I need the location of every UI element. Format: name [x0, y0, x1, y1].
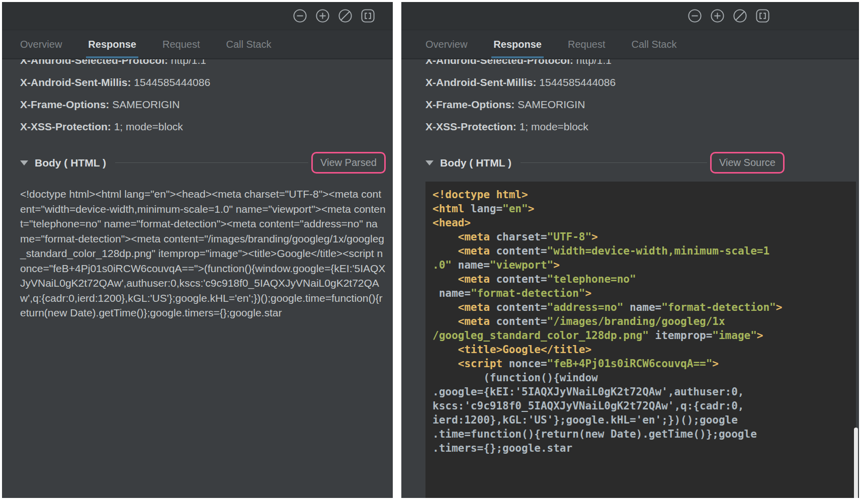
- header-value: http/1.1: [171, 59, 206, 66]
- source-code-line: .google={kEI:'5IAQXJyVNaiL0gK2t72QAw',au…: [433, 385, 856, 399]
- response-header-row: X-XSS-Protection: 1; mode=block: [425, 116, 856, 138]
- source-code-line: /googleg_standard_color_128dp.png" itemp…: [433, 328, 856, 343]
- tab-response[interactable]: Response: [88, 30, 136, 58]
- zoom-toolbar: [2, 2, 393, 30]
- header-name: X-Android-Sent-Millis:: [425, 76, 539, 88]
- zoom-in-icon[interactable]: [710, 8, 725, 24]
- header-name: X-Android-Selected-Protocol:: [20, 59, 171, 66]
- zoom-to-fit-icon[interactable]: [360, 8, 376, 24]
- disclosure-triangle-icon[interactable]: [20, 160, 28, 165]
- header-value: http/1.1: [576, 59, 612, 66]
- response-headers-list: X-Android-Selected-Protocol: http/1.1X-A…: [20, 59, 386, 138]
- response-headers-list: X-Android-Selected-Protocol: http/1.1X-A…: [425, 59, 856, 138]
- source-code-line: ierd:1200},kGL:'US'};google.kHL='en';})(…: [433, 413, 856, 427]
- header-name: X-Frame-Options:: [425, 99, 518, 110]
- section-divider: [521, 162, 707, 163]
- header-value: SAMEORIGIN: [518, 99, 585, 110]
- source-code-line: <meta content="width=device-width,minimu…: [433, 244, 856, 258]
- header-name: X-Android-Selected-Protocol:: [425, 59, 576, 66]
- response-header-row: X-Android-Sent-Millis: 1544585444086: [425, 71, 856, 94]
- network-response-panel-source: OverviewResponseRequestCall Stack X-Andr…: [401, 2, 859, 498]
- tab-call-stack[interactable]: Call Stack: [631, 30, 676, 58]
- source-code-line: <!doctype html>: [433, 188, 856, 202]
- tab-overview[interactable]: Overview: [425, 30, 467, 58]
- header-value: 1544585444086: [134, 76, 210, 88]
- source-code-line: <meta charset="UTF-8">: [433, 230, 856, 244]
- response-body-source-view: <!doctype html><html lang="en"><head> <m…: [425, 182, 856, 498]
- zoom-toolbar: [401, 2, 859, 30]
- source-code-line: <meta content="address=no" name="format-…: [433, 300, 856, 314]
- network-response-panel-parsed: OverviewResponseRequestCall Stack X-Andr…: [2, 2, 393, 498]
- header-value: 1544585444086: [539, 76, 616, 88]
- tab-request[interactable]: Request: [162, 30, 200, 58]
- response-content: X-Android-Selected-Protocol: http/1.1X-A…: [2, 59, 393, 498]
- header-value: SAMEORIGIN: [112, 99, 180, 110]
- source-code-line: .0" name="viewport">: [433, 258, 856, 272]
- section-divider: [115, 162, 308, 163]
- source-code-line: name="format-detection">: [433, 286, 856, 300]
- view-parsed-button[interactable]: View Parsed: [311, 152, 386, 174]
- zoom-in-icon[interactable]: [315, 8, 330, 24]
- header-name: X-XSS-Protection:: [20, 121, 114, 132]
- tab-bar: OverviewResponseRequestCall Stack: [2, 30, 393, 59]
- tab-bar: OverviewResponseRequestCall Stack: [401, 30, 859, 59]
- header-value: 1; mode=block: [520, 121, 588, 132]
- body-section-header: Body ( HTML ) View Source: [425, 152, 785, 174]
- reset-zoom-icon[interactable]: [337, 8, 353, 24]
- disclosure-triangle-icon[interactable]: [425, 160, 434, 165]
- body-section-header: Body ( HTML ) View Parsed: [20, 152, 386, 174]
- zoom-to-fit-icon[interactable]: [755, 8, 770, 24]
- body-section-title: Body ( HTML ): [440, 157, 511, 169]
- response-header-row: X-Android-Selected-Protocol: http/1.1: [20, 59, 386, 71]
- screenshot-pair: OverviewResponseRequestCall Stack X-Andr…: [0, 0, 861, 500]
- response-content: X-Android-Selected-Protocol: http/1.1X-A…: [401, 59, 859, 498]
- response-header-row: X-Android-Sent-Millis: 1544585444086: [20, 71, 386, 94]
- response-body-parsed-text: <!doctype html><html lang="en"><head><me…: [20, 187, 386, 320]
- toolbar-icons: [687, 8, 770, 24]
- source-code: <!doctype html><html lang="en"><head> <m…: [433, 188, 856, 455]
- tab-call-stack[interactable]: Call Stack: [226, 30, 271, 58]
- toolbar-icons: [292, 8, 376, 24]
- header-name: X-Frame-Options:: [20, 99, 112, 110]
- zoom-out-icon[interactable]: [292, 8, 308, 24]
- response-header-row: X-Frame-Options: SAMEORIGIN: [425, 94, 856, 116]
- source-code-line: kscs:'c9c918f0_5IAQXJyVNaiL0gK2t72QAw',q…: [433, 399, 856, 413]
- response-header-row: X-Frame-Options: SAMEORIGIN: [20, 94, 386, 116]
- header-value: 1; mode=block: [114, 121, 183, 132]
- header-name: X-XSS-Protection:: [425, 121, 520, 132]
- response-header-row: X-Android-Selected-Protocol: http/1.1: [425, 59, 856, 71]
- reset-zoom-icon[interactable]: [732, 8, 748, 24]
- tab-overview[interactable]: Overview: [20, 30, 62, 58]
- header-name: X-Android-Sent-Millis:: [20, 76, 134, 88]
- source-code-line: (function(){window: [433, 371, 856, 385]
- tab-response[interactable]: Response: [493, 30, 542, 58]
- source-code-line: <title>Google</title>: [433, 343, 856, 357]
- source-code-line: .time=function(){return(new Date).getTim…: [433, 427, 856, 441]
- tab-request[interactable]: Request: [568, 30, 606, 58]
- source-code-line: .timers={};google.star: [433, 441, 856, 455]
- source-code-line: <meta content="/images/branding/googleg/…: [433, 314, 856, 328]
- zoom-out-icon[interactable]: [687, 8, 703, 24]
- scrollbar-thumb[interactable]: [854, 428, 858, 498]
- view-source-button[interactable]: View Source: [710, 152, 785, 174]
- source-code-line: <script nonce="feB+4Pj01s0iRCW6couvqA=="…: [433, 357, 856, 371]
- source-code-line: <meta content="telephone=no": [433, 272, 856, 286]
- response-header-row: X-XSS-Protection: 1; mode=block: [20, 116, 386, 138]
- source-code-line: <html lang="en">: [433, 202, 856, 216]
- source-code-line: <head>: [433, 216, 856, 230]
- body-section-title: Body ( HTML ): [35, 157, 106, 169]
